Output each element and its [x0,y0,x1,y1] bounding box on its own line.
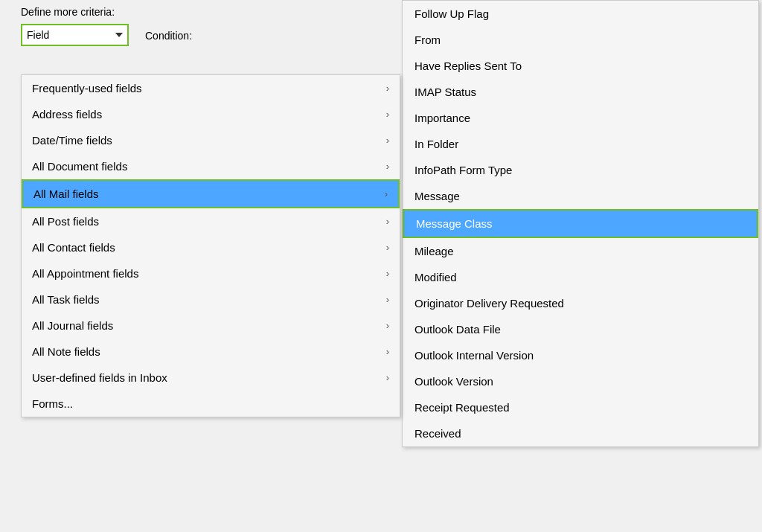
left-menu-item-all-note-fields[interactable]: All Note fields› [22,339,400,365]
left-menu-item-label-forms: Forms... [32,397,73,410]
right-menu-item-label-imap-status: IMAP Status [414,86,476,98]
left-menu-item-all-appointment-fields[interactable]: All Appointment fields› [22,260,400,286]
right-menu-item-in-folder[interactable]: In Folder [403,131,758,157]
left-menu-item-label-all-post-fields: All Post fields [32,215,99,228]
right-menu-item-modified[interactable]: Modified [403,264,758,290]
left-menu-item-label-datetime-fields: Date/Time fields [32,134,112,147]
right-menu-item-label-importance: Importance [414,112,470,124]
chevron-right-icon: › [386,83,389,94]
field-dropdown[interactable]: Field [21,24,129,46]
right-menu-item-label-have-replies-sent-to: Have Replies Sent To [414,60,522,72]
right-menu-item-outlook-data-file[interactable]: Outlook Data File [403,316,758,342]
chevron-right-icon: › [386,135,389,146]
left-menu-item-label-all-note-fields: All Note fields [32,345,100,358]
right-menu-item-label-receipt-requested: Receipt Requested [414,401,510,414]
left-menu-item-user-defined-fields[interactable]: User-defined fields in Inbox› [22,365,400,391]
right-menu-item-label-originator-delivery-requested: Originator Delivery Requested [414,297,564,310]
left-menu-item-all-journal-fields[interactable]: All Journal fields› [22,313,400,339]
left-menu-item-address-fields[interactable]: Address fields› [22,101,400,127]
right-menu-item-have-replies-sent-to[interactable]: Have Replies Sent To [403,53,758,79]
right-menu-item-label-modified: Modified [414,271,457,283]
right-menu-item-received[interactable]: Received [403,420,758,446]
chevron-right-icon: › [386,372,389,383]
left-menu: Frequently-used fields›Address fields›Da… [21,74,400,417]
right-menu-item-imap-status[interactable]: IMAP Status [403,79,758,105]
right-menu-item-label-outlook-internal-version: Outlook Internal Version [414,349,534,362]
right-menu-item-message[interactable]: Message [403,183,758,209]
right-menu-item-outlook-internal-version[interactable]: Outlook Internal Version [403,342,758,368]
right-menu-item-receipt-requested[interactable]: Receipt Requested [403,394,758,420]
right-menu-item-label-in-folder: In Folder [414,138,458,150]
right-menu-item-label-from: From [414,33,441,46]
left-menu-item-label-all-task-fields: All Task fields [32,293,100,306]
main-container: Define more criteria: Field Condition: F… [0,0,762,532]
left-menu-item-label-user-defined-fields: User-defined fields in Inbox [32,371,167,384]
chevron-right-icon: › [386,216,389,227]
define-criteria-label: Define more criteria: [21,6,115,18]
right-menu-item-mileage[interactable]: Mileage [403,238,758,264]
right-menu: Follow Up FlagFromHave Replies Sent ToIM… [402,0,759,447]
right-menu-item-message-class[interactable]: Message Class [403,209,758,238]
left-menu-item-label-address-fields: Address fields [32,108,102,121]
left-menu-item-label-all-mail-fields: All Mail fields [33,188,99,200]
left-menu-item-all-task-fields[interactable]: All Task fields› [22,286,400,313]
right-menu-item-outlook-version[interactable]: Outlook Version [403,368,758,394]
right-menu-item-label-message-class: Message Class [416,217,493,230]
chevron-right-icon: › [386,161,389,172]
right-menu-item-label-outlook-data-file: Outlook Data File [414,323,501,336]
right-menu-item-label-infopath-form-type: InfoPath Form Type [414,164,512,176]
field-dropdown-label: Field [27,29,49,41]
left-menu-item-all-contact-fields[interactable]: All Contact fields› [22,234,400,260]
right-menu-item-label-follow-up-flag: Follow Up Flag [414,7,489,20]
left-menu-item-label-all-appointment-fields: All Appointment fields [32,267,138,280]
left-menu-item-datetime-fields[interactable]: Date/Time fields› [22,127,400,153]
right-menu-item-label-received: Received [414,427,461,440]
chevron-right-icon: › [386,320,389,331]
chevron-right-icon: › [386,268,389,279]
right-menu-item-follow-up-flag[interactable]: Follow Up Flag [403,1,758,27]
dropdown-arrow-icon [115,33,123,37]
chevron-right-icon: › [386,109,389,120]
left-menu-item-label-frequently-used: Frequently-used fields [32,82,142,94]
left-menu-item-forms[interactable]: Forms... [22,391,400,417]
left-menu-item-all-document-fields[interactable]: All Document fields› [22,153,400,179]
chevron-right-icon: › [386,346,389,357]
right-menu-item-originator-delivery-requested[interactable]: Originator Delivery Requested [403,290,758,316]
chevron-right-icon: › [386,242,389,253]
left-menu-item-label-all-journal-fields: All Journal fields [32,319,113,332]
chevron-right-icon: › [386,294,389,305]
left-menu-item-label-all-contact-fields: All Contact fields [32,241,115,254]
left-menu-item-all-post-fields[interactable]: All Post fields› [22,208,400,234]
right-menu-item-importance[interactable]: Importance [403,105,758,131]
right-menu-item-label-mileage: Mileage [414,245,454,257]
left-menu-item-frequently-used[interactable]: Frequently-used fields› [22,75,400,101]
right-menu-item-label-outlook-version: Outlook Version [414,375,493,388]
left-menu-item-label-all-document-fields: All Document fields [32,160,127,173]
chevron-right-icon: › [385,188,388,199]
right-menu-item-infopath-form-type[interactable]: InfoPath Form Type [403,157,758,183]
left-menu-item-all-mail-fields[interactable]: All Mail fields› [22,179,400,208]
right-menu-item-label-message: Message [414,190,460,202]
condition-label: Condition: [145,30,192,42]
right-menu-item-from[interactable]: From [403,27,758,53]
